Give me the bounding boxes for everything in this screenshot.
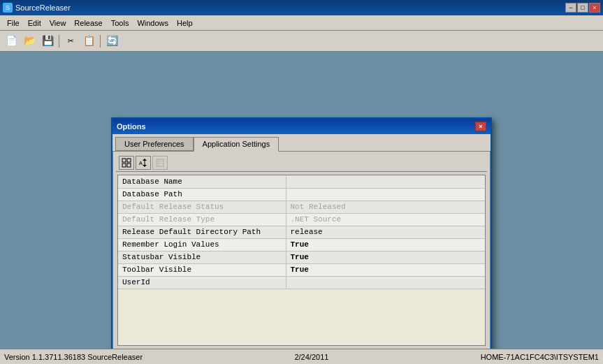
setting-name: Default Release Status [118,201,286,213]
minimize-button[interactable]: − [565,3,576,13]
setting-value: Not Released [286,201,485,213]
main-area: Options × User Preferences Application S… [0,52,603,349]
setting-value [286,276,485,289]
open-button[interactable]: 📂 [21,34,38,49]
setting-value: release [286,226,485,238]
svg-rect-1 [127,159,131,162]
status-bar: Version 1.1.3711.36183 SourceReleaser 2/… [0,349,603,364]
svg-rect-3 [127,163,131,167]
app-title: SourceReleaser [15,3,565,12]
setting-value [286,188,485,201]
dialog-close-button[interactable]: × [475,122,486,131]
toolbar-separator-2 [100,35,101,48]
settings-table: Database NameDatabase PathDefault Releas… [118,175,485,289]
dialog-title-text: Options [117,122,146,131]
grid-view-button[interactable] [119,156,134,170]
empty-area [118,289,485,345]
toolbar-separator [59,35,59,48]
title-bar: S SourceReleaser − □ × [0,0,603,15]
menu-edit[interactable]: Edit [24,17,45,29]
new-button[interactable]: 📄 [3,34,20,49]
tab-user-preferences[interactable]: User Preferences [115,137,194,151]
dialog-overlay: Options × User Preferences Application S… [0,89,603,333]
setting-value: True [286,238,485,251]
edit-button[interactable] [152,156,168,170]
inner-toolbar: A [116,154,487,172]
svg-rect-0 [122,159,126,162]
close-button[interactable]: × [589,3,600,13]
setting-value: .NET Source [286,213,485,226]
settings-row[interactable]: Statusbar VisibleTrue [118,251,485,263]
setting-name: Database Path [118,188,286,201]
cut-button[interactable]: ✂ [62,34,79,49]
save-button[interactable]: 💾 [39,34,56,49]
settings-row[interactable]: Remember Login ValuesTrue [118,238,485,251]
menu-file[interactable]: File [3,17,24,29]
settings-content-area: Database NameDatabase PathDefault Releas… [117,175,486,346]
window-controls: − □ × [565,3,600,13]
sort-icon: A [138,158,148,168]
setting-name: UserId [118,276,286,289]
tab-content: A [112,151,491,349]
menu-view[interactable]: View [45,17,71,29]
menu-release[interactable]: Release [70,17,106,29]
setting-name: Statusbar Visible [118,251,286,263]
menu-help[interactable]: Help [173,17,197,29]
setting-value [286,175,485,188]
setting-value: True [286,263,485,276]
settings-row[interactable]: Toolbar VisibleTrue [118,263,485,276]
tabs-container: User Preferences Application Settings [112,134,491,151]
toolbar: 📄 📂 💾 ✂ 📋 🔄 [0,31,603,52]
setting-name: Database Name [118,175,286,188]
paste-button[interactable]: 📋 [80,34,97,49]
setting-name: Release Default Directory Path [118,226,286,238]
svg-text:A: A [139,160,143,166]
menu-windows[interactable]: Windows [133,17,173,29]
setting-name: Toolbar Visible [118,263,286,276]
status-machine: HOME-71AC1FC4C3\ITSYSTEM1 [481,353,599,361]
options-dialog: Options × User Preferences Application S… [111,117,492,364]
app-icon: S [3,3,13,13]
maximize-button[interactable]: □ [577,3,588,13]
svg-marker-6 [143,159,147,161]
settings-row[interactable]: Database Name [118,175,485,188]
edit-icon [155,158,165,168]
status-version: Version 1.1.3711.36183 SourceReleaser [4,353,143,361]
refresh-button[interactable]: 🔄 [103,34,120,49]
status-date: 2/24/2011 [294,353,328,361]
tab-application-settings[interactable]: Application Settings [194,137,279,152]
settings-row[interactable]: Database Path [118,188,485,201]
menu-bar: File Edit View Release Tools Windows Hel… [0,15,603,31]
setting-value: True [286,251,485,263]
setting-name: Remember Login Values [118,238,286,251]
svg-rect-8 [157,159,164,166]
grid-icon [122,158,131,168]
sort-button[interactable]: A [136,156,151,170]
svg-rect-2 [122,163,126,167]
settings-row[interactable]: Default Release StatusNot Released [118,201,485,213]
svg-marker-7 [143,165,147,167]
dialog-title-bar: Options × [112,119,491,134]
settings-row[interactable]: Release Default Directory Pathrelease [118,226,485,238]
settings-row[interactable]: Default Release Type.NET Source [118,213,485,226]
settings-row[interactable]: UserId [118,276,485,289]
menu-tools[interactable]: Tools [107,17,133,29]
setting-name: Default Release Type [118,213,286,226]
